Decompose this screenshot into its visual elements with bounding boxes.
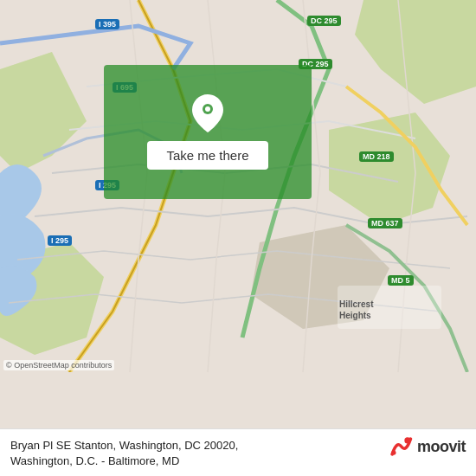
road-label-md637: MD 637 — [368, 218, 402, 228]
moovit-text: moovit — [417, 438, 466, 456]
bottom-info-bar: Bryan Pl SE Stanton, Washington, DC 2002… — [0, 428, 476, 476]
map-container: I 395 I 695 DC 295 DC 295 I 295 I 295 MD… — [0, 0, 476, 372]
road-label-i395: I 395 — [95, 19, 119, 29]
take-me-there-button[interactable]: Take me there — [147, 141, 267, 170]
moovit-logo: moovit — [386, 433, 466, 460]
road-label-i295b: I 295 — [48, 235, 72, 246]
road-label-md5: MD 5 — [388, 275, 414, 286]
svg-point-11 — [391, 450, 396, 454]
hillcrest-label: HillcrestHeights — [339, 299, 373, 321]
map-overlay: Take me there — [104, 65, 312, 199]
osm-credit-map: © OpenStreetMap contributors — [3, 360, 114, 370]
road-label-dc295a: DC 295 — [307, 16, 341, 26]
location-pin — [192, 94, 223, 132]
road-label-md218: MD 218 — [359, 151, 394, 162]
address-text: Bryan Pl SE Stanton, Washington, DC 2002… — [10, 438, 396, 469]
svg-point-8 — [205, 106, 210, 112]
svg-point-10 — [404, 437, 410, 443]
